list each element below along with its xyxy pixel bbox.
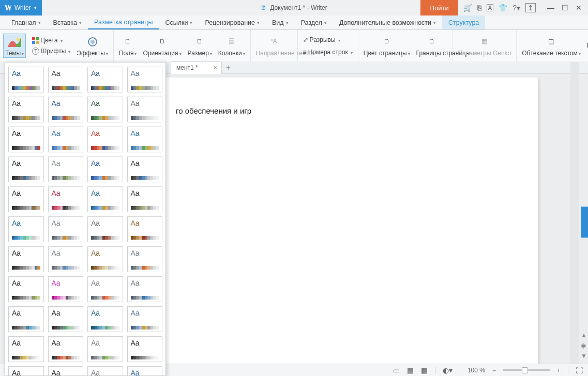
ribbon-size[interactable]: 🗋Размер [186, 34, 214, 58]
theme-item[interactable]: Aa [8, 336, 44, 362]
ribbon-breaks[interactable]: ⤢Разрывы [301, 35, 355, 44]
clipboard-icon[interactable]: ⎘ [477, 4, 481, 12]
tab-structure[interactable]: Структура [442, 15, 485, 29]
tab-references[interactable]: Ссылки [159, 15, 199, 29]
theme-item[interactable]: Aa [127, 306, 163, 332]
ribbon-fonts[interactable]: TШрифты [30, 46, 72, 56]
ribbon-page-color[interactable]: 🗋Цвет страницы [361, 34, 412, 58]
theme-item[interactable]: Aa [8, 366, 44, 376]
theme-preview-text: Aa [131, 369, 159, 376]
theme-item[interactable]: Aa [127, 246, 163, 272]
theme-item[interactable]: Aa [87, 306, 123, 332]
theme-item[interactable]: Aa [48, 246, 84, 272]
theme-item[interactable]: Aa [8, 306, 44, 332]
theme-item[interactable]: Aa [48, 336, 84, 362]
tab-close-icon[interactable]: × [214, 64, 217, 71]
theme-item[interactable]: Aa [87, 186, 123, 212]
document-tab[interactable]: мент1 * × [171, 61, 222, 74]
theme-preview-text: Aa [12, 309, 40, 317]
zoom-out-icon[interactable]: − [492, 367, 496, 374]
ribbon-more[interactable]: Выр [585, 41, 588, 50]
theme-item[interactable]: Aa [87, 336, 123, 362]
theme-item[interactable]: Aa [8, 246, 44, 272]
theme-item[interactable]: Aa [87, 366, 123, 376]
theme-item[interactable]: Aa [48, 366, 84, 376]
tab-review[interactable]: Рецензирование [199, 15, 266, 29]
tab-view[interactable]: Вид [266, 15, 295, 29]
theme-item[interactable]: Aa [127, 156, 163, 182]
app-menu-caret[interactable]: ▾ [34, 5, 37, 10]
app-badge[interactable]: Writer ▾ [0, 0, 42, 15]
theme-swatches [52, 116, 80, 120]
theme-item[interactable]: Aa [127, 186, 163, 212]
theme-item[interactable]: Aa [48, 186, 84, 212]
theme-item[interactable]: Aa [127, 276, 163, 302]
theme-item[interactable]: Aa [8, 276, 44, 302]
login-button[interactable]: Войти [420, 0, 458, 15]
theme-item[interactable]: Aa [8, 67, 44, 92]
theme-item[interactable]: Aa [8, 127, 44, 152]
close-icon[interactable]: ✕ [576, 4, 582, 12]
nav-mid-icon[interactable]: ◉ [581, 342, 587, 349]
theme-item[interactable]: Aa [48, 156, 84, 182]
minimize-icon[interactable]: — [547, 4, 554, 12]
theme-item[interactable]: Aa [87, 216, 123, 242]
theme-item[interactable]: Aa [48, 306, 84, 332]
theme-item[interactable]: Aa [48, 97, 84, 122]
view-web-icon[interactable]: ▦ [421, 366, 428, 374]
brightness-icon[interactable]: ◐▾ [443, 366, 453, 374]
theme-item[interactable]: Aa [8, 156, 44, 182]
ribbon-orientation[interactable]: 🗋Ориентация [141, 34, 183, 58]
ribbon-effects[interactable]: Эффекты [74, 34, 110, 58]
fullscreen-icon[interactable]: ⛶ [576, 366, 583, 374]
view-print-icon[interactable]: ▭ [393, 366, 400, 374]
ribbon-page-borders[interactable]: 🗋Границы страницы [414, 34, 449, 58]
export-icon[interactable]: ↥ [525, 3, 536, 12]
zoom-value[interactable]: 100 % [468, 367, 485, 374]
theme-item[interactable]: Aa [48, 216, 84, 242]
theme-item[interactable]: Aa [87, 97, 123, 122]
nav-down-icon[interactable]: ▼ [581, 352, 587, 359]
ribbon-line-numbers[interactable]: ≡Номера строк [301, 48, 355, 57]
ribbon-text-wrap[interactable]: ◫Обтекание текстом [520, 34, 582, 58]
theme-item[interactable]: Aa [127, 67, 163, 92]
zoom-in-icon[interactable]: + [557, 367, 561, 374]
theme-item[interactable]: Aa [127, 216, 163, 242]
tab-home[interactable]: Главная [5, 15, 47, 29]
theme-item[interactable]: Aa [87, 156, 123, 182]
maximize-icon[interactable]: ☐ [562, 4, 568, 12]
vertical-scrollbar[interactable] [570, 62, 579, 364]
ribbon-colors[interactable]: Цвета [30, 36, 72, 45]
theme-item[interactable]: Aa [48, 127, 84, 152]
tab-extras[interactable]: Дополнительные возможности [333, 15, 442, 29]
side-panel-toggle[interactable] [581, 207, 588, 238]
new-tab-button[interactable]: + [226, 63, 231, 72]
theme-item[interactable]: Aa [87, 127, 123, 152]
theme-item[interactable]: Aa [8, 97, 44, 122]
tab-page-layout[interactable]: Разметка страницы [88, 15, 159, 29]
theme-item[interactable]: Aa [87, 67, 123, 92]
tab-insert[interactable]: Вставка [47, 15, 88, 29]
theme-item[interactable]: Aa [87, 246, 123, 272]
theme-item[interactable]: Aa [48, 276, 84, 302]
theme-item[interactable]: Aa [127, 366, 163, 376]
shirt-icon[interactable]: 👕 [499, 4, 507, 12]
theme-item[interactable]: Aa [127, 127, 163, 152]
view-read-icon[interactable]: ▤ [407, 366, 414, 374]
theme-item[interactable]: Aa [87, 276, 123, 302]
ribbon-fields[interactable]: 🗋Поля [117, 34, 139, 58]
zoom-slider[interactable] [503, 369, 550, 371]
help-icon[interactable]: ?▾ [512, 4, 520, 12]
theme-item[interactable]: Aa [127, 97, 163, 122]
tab-section[interactable]: Раздел [295, 15, 333, 29]
theme-preview-text: Aa [52, 249, 80, 257]
cart-icon[interactable]: 🛒 [463, 4, 472, 12]
theme-item[interactable]: Aa [48, 67, 84, 92]
nav-up-icon[interactable]: ▲ [581, 332, 587, 339]
ribbon-themes[interactable]: Темы [3, 34, 26, 58]
font-icon[interactable]: A [487, 4, 493, 11]
theme-item[interactable]: Aa [8, 186, 44, 212]
theme-item[interactable]: Aa [8, 216, 44, 242]
theme-item[interactable]: Aa [127, 336, 163, 362]
ribbon-columns[interactable]: ☰Колонки [216, 34, 247, 58]
